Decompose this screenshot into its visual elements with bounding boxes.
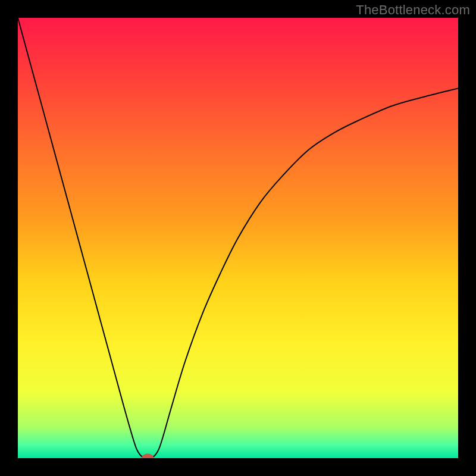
attribution-label: TheBottleneck.com bbox=[356, 2, 470, 18]
plot-area bbox=[18, 18, 458, 458]
chart-svg bbox=[18, 18, 458, 458]
chart-frame: TheBottleneck.com bbox=[0, 0, 476, 476]
